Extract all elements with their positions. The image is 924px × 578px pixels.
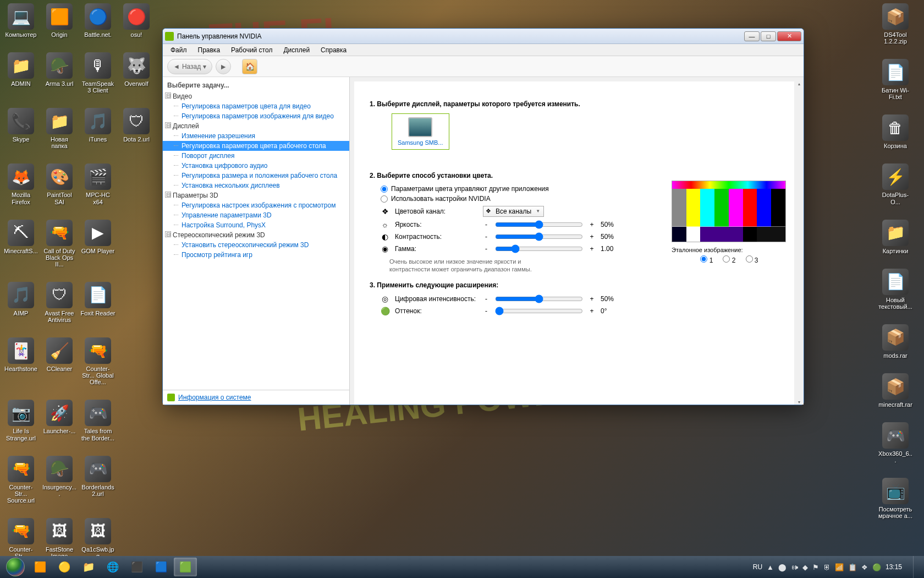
desktop-icon[interactable]: 🎮Borderlands 2.url xyxy=(80,456,116,504)
tree-item[interactable]: Поворот дисплея xyxy=(163,151,349,161)
desktop-icon[interactable]: ⚡DotaPlus-O... xyxy=(878,163,913,205)
titlebar[interactable]: Панель управления NVIDIA — □ ✕ xyxy=(163,29,804,44)
tray-icon[interactable]: ❖ xyxy=(861,563,868,571)
content-scrollbar[interactable] xyxy=(794,81,804,405)
desktop-icon[interactable]: 📄Батин Wi-Fi.txt xyxy=(878,59,913,100)
tray-icon[interactable]: 🕪 xyxy=(791,563,798,571)
tree-item[interactable]: Установить стереоскопический режим 3D xyxy=(163,240,349,250)
home-button[interactable]: 🏠 xyxy=(242,59,257,74)
desktop-icon[interactable]: 🛡Avast Free Antivirus xyxy=(42,282,77,323)
brightness-slider[interactable] xyxy=(495,220,583,229)
tray-icon[interactable]: 📶 xyxy=(835,563,844,571)
tree-cat-video[interactable]: Видео xyxy=(163,91,349,101)
desktop-icon[interactable]: 📺Посмотреть мрачное а... xyxy=(878,478,913,519)
preview-radio-3[interactable]: 3 xyxy=(746,255,758,264)
digital-vibrance-slider[interactable] xyxy=(495,295,583,303)
tree-cat-stereo[interactable]: Стереоскопический режим 3D xyxy=(163,230,349,240)
menu-file[interactable]: Файл xyxy=(166,45,191,55)
forward-button[interactable]: ► xyxy=(216,59,231,74)
show-desktop-button[interactable] xyxy=(913,556,920,578)
desktop-icon[interactable]: 🔫Call of Duty Black Ops II... xyxy=(42,220,77,268)
minimize-button[interactable]: — xyxy=(744,31,760,41)
desktop-icon[interactable]: 📦minecraft.rar xyxy=(878,373,913,408)
preview-radio-2[interactable]: 2 xyxy=(723,255,735,264)
desktop-icon[interactable]: 🪖Insurgency.... xyxy=(42,456,77,504)
desktop-icon[interactable]: 🎵iTunes xyxy=(80,108,116,149)
tree-item[interactable]: Настройка Surround, PhysX xyxy=(163,220,349,230)
tray-icon[interactable]: 📋 xyxy=(848,563,857,571)
desktop-icon[interactable]: 📁ADMIN xyxy=(3,52,38,94)
desktop-icon[interactable]: 🔵Battle.net. xyxy=(80,3,116,38)
desktop-icon[interactable]: 🧹CCleaner xyxy=(42,337,77,385)
taskbar-item[interactable]: 🟧 xyxy=(29,558,52,576)
tray-icon[interactable]: ▲ xyxy=(767,563,774,571)
desktop-icon[interactable]: 🐺Overwolf xyxy=(119,52,154,94)
tray-icon[interactable]: ⛨ xyxy=(823,563,831,571)
desktop-icon[interactable]: 📁Новая папка xyxy=(42,108,77,149)
radio-other-apps[interactable] xyxy=(381,186,388,193)
system-info-link[interactable]: Информация о системе xyxy=(178,394,251,401)
desktop-icon[interactable]: 🎮Xbox360_6... xyxy=(878,422,913,464)
back-button[interactable]: ◄ Назад ▾ xyxy=(167,59,212,74)
taskbar-item-nvidia[interactable]: 🟩 xyxy=(174,558,197,576)
desktop-icon[interactable]: 🛡Dota 2.url xyxy=(119,108,154,149)
desktop-icon[interactable]: ⛏MinecraftS... xyxy=(3,220,38,268)
desktop-icon[interactable]: 📦DS4Tool 1.2.2.zip xyxy=(878,3,913,45)
tree-item-selected[interactable]: Регулировка параметров цвета рабочего ст… xyxy=(163,141,349,151)
desktop-icon[interactable]: 🪖Arma 3.url xyxy=(42,52,77,94)
clock[interactable]: 13:15 xyxy=(886,563,905,571)
tree-item[interactable]: Регулировка размера и положения рабочего… xyxy=(163,171,349,181)
desktop-icon[interactable]: 📄Foxit Reader xyxy=(80,282,116,323)
desktop-icon[interactable]: 🔴osu! xyxy=(119,3,154,38)
desktop-icon[interactable]: 🔫Counter-Str... Source.url xyxy=(3,456,38,504)
desktop-icon[interactable]: 🗑Корзина xyxy=(878,114,913,149)
desktop-icon[interactable]: 📷Life Is Strange.url xyxy=(3,400,38,441)
tree-item[interactable]: Установка нескольких дисплеев xyxy=(163,181,349,190)
display-selector[interactable]: Samsung SMB... xyxy=(392,113,449,150)
hue-slider[interactable] xyxy=(495,307,583,315)
close-button[interactable]: ✕ xyxy=(777,31,801,41)
desktop-icon[interactable]: 📁Картинки xyxy=(878,220,913,254)
tree-item[interactable]: Просмотр рейтинга игр xyxy=(163,250,349,260)
tray-icon[interactable]: ◆ xyxy=(802,563,808,571)
desktop-icon[interactable]: 🎬MPC-HC x64 xyxy=(80,163,116,205)
tray-icon[interactable]: 🟢 xyxy=(872,563,881,571)
desktop-icon[interactable]: 🎵AIMP xyxy=(3,282,38,323)
desktop-icon[interactable]: 🟧Origin xyxy=(42,3,77,38)
menu-desktop[interactable]: Рабочий стол xyxy=(227,45,277,55)
tree-item[interactable]: Управление параметрами 3D xyxy=(163,210,349,220)
tree-cat-display[interactable]: Дисплей xyxy=(163,121,349,131)
desktop-icon[interactable]: 📦mods.rar xyxy=(878,324,913,359)
desktop-icon[interactable]: 🎮Tales from the Border... xyxy=(80,400,116,441)
tray-icon[interactable]: ⬤ xyxy=(778,563,787,571)
menu-help[interactable]: Справка xyxy=(316,45,351,55)
contrast-slider[interactable] xyxy=(495,232,583,241)
menu-edit[interactable]: Правка xyxy=(194,45,225,55)
desktop-icon[interactable]: ▶GOM Player xyxy=(80,220,116,268)
tree-cat-3d[interactable]: Параметры 3D xyxy=(163,190,349,200)
taskbar-item[interactable]: 📁 xyxy=(77,558,100,576)
desktop-icon[interactable]: 🦊Mozilla Firefox xyxy=(3,163,38,205)
desktop-icon[interactable]: 🎙TeamSpeak 3 Client xyxy=(80,52,116,94)
preview-radio-1[interactable]: 1 xyxy=(700,255,713,264)
tree-item[interactable]: Установка цифрового аудио xyxy=(163,161,349,171)
maximize-button[interactable]: □ xyxy=(761,31,776,41)
desktop-icon[interactable]: 📞Skype xyxy=(3,108,38,149)
start-button[interactable] xyxy=(4,556,26,578)
channel-dropdown[interactable]: Все каналы xyxy=(483,206,544,217)
desktop-icon[interactable]: 🔫Counter-Str... Global Offe... xyxy=(80,337,116,385)
desktop-icon[interactable]: 🃏Hearthstone xyxy=(3,337,38,385)
desktop-icon[interactable]: 💻Компьютер xyxy=(3,3,38,38)
tree-item[interactable]: Регулировка параметров изображения для в… xyxy=(163,111,349,121)
gamma-slider[interactable] xyxy=(495,244,583,253)
tree-item[interactable]: Регулировка параметров цвета для видео xyxy=(163,101,349,111)
taskbar-item[interactable]: 🟡 xyxy=(53,558,76,576)
tree-item[interactable]: Изменение разрешения xyxy=(163,131,349,141)
taskbar-item[interactable]: 🟦 xyxy=(150,558,173,576)
desktop-icon[interactable]: 🚀Launcher-... xyxy=(42,400,77,441)
radio-nvidia[interactable] xyxy=(381,195,388,203)
taskbar-item[interactable]: 🌐 xyxy=(101,558,124,576)
desktop-icon[interactable]: 🎨PaintTool SAI xyxy=(42,163,77,205)
language-indicator[interactable]: RU xyxy=(753,563,762,571)
menu-display[interactable]: Дисплей xyxy=(279,45,314,55)
